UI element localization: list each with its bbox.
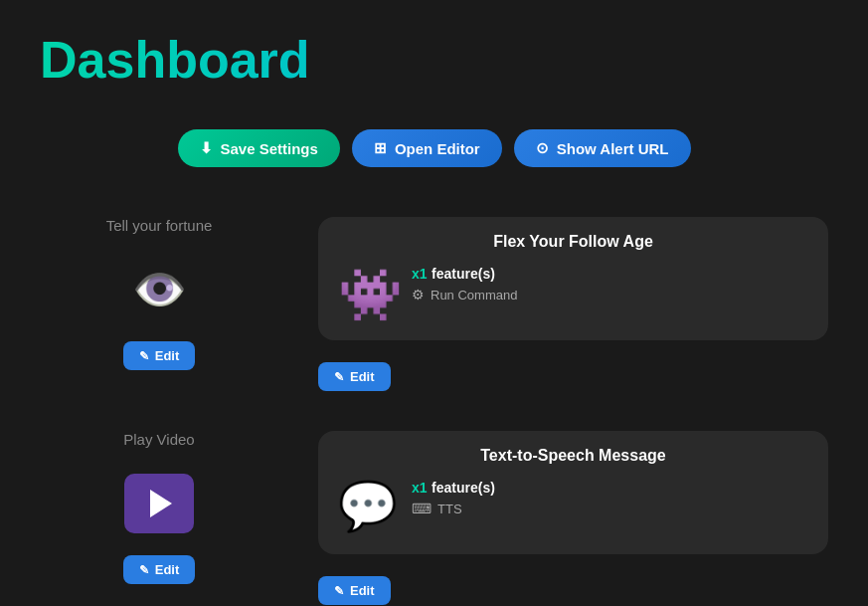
tts-action: ⌨ TTS bbox=[412, 501, 808, 516]
tts-feature-label: feature(s) bbox=[432, 480, 495, 496]
monster-icon-wrapper: 👾 bbox=[338, 265, 398, 324]
tts-icon: ⌨ bbox=[412, 501, 432, 516]
flex-feature-label: feature(s) bbox=[432, 266, 495, 282]
right-pane-1: Flex Your Follow Age 👾 x1 feature(s) ⚙ bbox=[318, 217, 828, 391]
speech-icon-wrapper: 💬 bbox=[338, 479, 398, 538]
flex-follow-feature-line: x1 feature(s) bbox=[412, 265, 808, 283]
video-icon-wrapper bbox=[124, 474, 194, 533]
flex-follow-details: x1 feature(s) ⚙ Run Command bbox=[412, 265, 808, 303]
left-label-1: Tell your fortune bbox=[40, 217, 278, 234]
tts-title: Text-to-Speech Message bbox=[338, 447, 808, 465]
flex-command: ⚙ Run Command bbox=[412, 287, 808, 303]
alert-icon: ⊙ bbox=[536, 139, 549, 157]
tts-content: 💬 x1 feature(s) ⌨ TTS bbox=[338, 479, 808, 538]
video-edit-button[interactable]: ✎ Edit bbox=[123, 555, 196, 584]
flex-follow-title: Flex Your Follow Age bbox=[338, 233, 808, 251]
eye-icon: 👁️ bbox=[132, 264, 187, 315]
flex-follow-age-card: Flex Your Follow Age 👾 x1 feature(s) ⚙ bbox=[318, 217, 828, 340]
edit-icon-3: ✎ bbox=[139, 563, 149, 577]
open-editor-button[interactable]: ⊞ Open Editor bbox=[352, 129, 502, 167]
flex-follow-edit-button[interactable]: ✎ Edit bbox=[318, 362, 391, 391]
flex-follow-content: 👾 x1 feature(s) ⚙ Run Command bbox=[338, 265, 808, 324]
right-pane-2: Text-to-Speech Message 💬 x1 feature(s) ⌨… bbox=[318, 431, 828, 605]
fortune-icon-wrapper: 👁️ bbox=[124, 260, 194, 319]
left-pane-1: Tell your fortune 👁️ ✎ Edit bbox=[40, 217, 278, 391]
monster-emoji: 👾 bbox=[338, 266, 403, 323]
fortune-edit-button[interactable]: ✎ Edit bbox=[123, 341, 196, 370]
play-triangle-icon bbox=[150, 490, 172, 517]
gear-icon: ⚙ bbox=[412, 287, 425, 303]
tts-card: Text-to-Speech Message 💬 x1 feature(s) ⌨… bbox=[318, 431, 828, 554]
alert-row-1: Tell your fortune 👁️ ✎ Edit Flex Your Fo… bbox=[40, 217, 828, 391]
show-alert-url-button[interactable]: ⊙ Show Alert URL bbox=[514, 129, 691, 167]
edit-icon-1: ✎ bbox=[139, 349, 149, 363]
page-title: Dashboard bbox=[40, 30, 828, 90]
edit-icon-4: ✎ bbox=[334, 584, 344, 598]
tts-edit-button[interactable]: ✎ Edit bbox=[318, 576, 391, 605]
speech-bubble-icon: 💬 bbox=[338, 480, 398, 532]
editor-icon: ⊞ bbox=[374, 139, 387, 157]
tts-details: x1 feature(s) ⌨ TTS bbox=[412, 479, 808, 516]
toolbar: ⬇ Save Settings ⊞ Open Editor ⊙ Show Ale… bbox=[40, 129, 828, 167]
flex-multiplier: x1 bbox=[412, 266, 428, 282]
tts-feature-line: x1 feature(s) bbox=[412, 479, 808, 497]
save-settings-button[interactable]: ⬇ Save Settings bbox=[178, 129, 340, 167]
edit-icon-2: ✎ bbox=[334, 370, 344, 384]
save-icon: ⬇ bbox=[200, 139, 213, 157]
left-pane-2: Play Video ✎ Edit bbox=[40, 431, 278, 605]
alert-row-2: Play Video ✎ Edit Text-to-Speech Message… bbox=[40, 431, 828, 605]
tts-multiplier: x1 bbox=[412, 480, 428, 496]
left-label-2: Play Video bbox=[40, 431, 278, 448]
